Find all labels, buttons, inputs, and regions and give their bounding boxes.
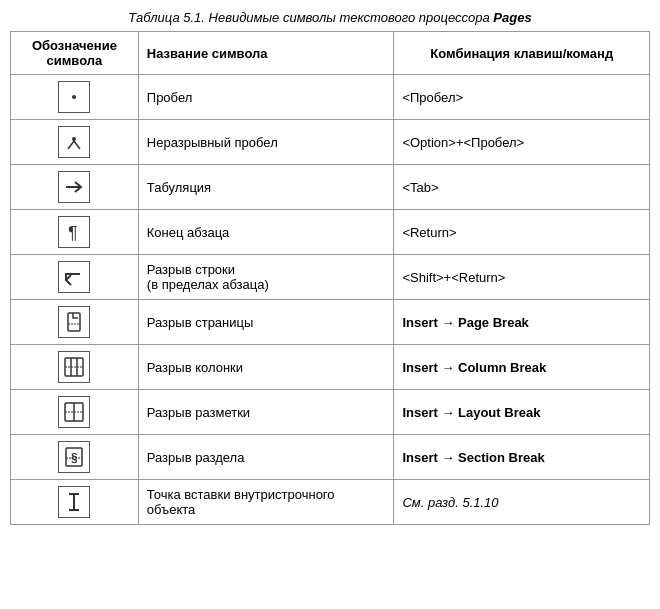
symbol-layout-break (58, 396, 90, 428)
name-cell: Разрыв строки (в пределах абзаца) (138, 255, 394, 300)
table-row: Разрыв страницыInsert → Page Break (11, 300, 650, 345)
symbol-arrow-return (58, 261, 90, 293)
symbol-cell (11, 390, 139, 435)
symbol-cell (11, 255, 139, 300)
table-row: ¶ Конец абзаца<Return> (11, 210, 650, 255)
svg-point-0 (72, 95, 76, 99)
symbol-hat (58, 126, 90, 158)
table-row: Пробел<Пробел> (11, 75, 650, 120)
combo-cell: См. разд. 5.1.10 (394, 480, 650, 525)
table-row: § Разрыв разделаInsert → Section Break (11, 435, 650, 480)
symbol-dot (58, 81, 90, 113)
header-col2: Название символа (138, 32, 394, 75)
symbol-cell (11, 345, 139, 390)
symbol-cell (11, 300, 139, 345)
combo-cell: <Пробел> (394, 75, 650, 120)
combo-cell: Insert → Page Break (394, 300, 650, 345)
combo-cell: <Shift>+<Return> (394, 255, 650, 300)
table-row: Разрыв строки (в пределах абзаца)<Shift>… (11, 255, 650, 300)
symbol-cell (11, 480, 139, 525)
main-table: Обозначение символа Название символа Ком… (10, 31, 650, 525)
name-cell: Табуляция (138, 165, 394, 210)
combo-cell: Insert → Section Break (394, 435, 650, 480)
name-cell: Конец абзаца (138, 210, 394, 255)
name-cell: Разрыв раздела (138, 435, 394, 480)
header-col3: Комбинация клавиш/команд (394, 32, 650, 75)
name-cell: Пробел (138, 75, 394, 120)
table-header-row: Обозначение символа Название символа Ком… (11, 32, 650, 75)
name-cell: Неразрывный пробел (138, 120, 394, 165)
combo-cell: Insert → Column Break (394, 345, 650, 390)
table-title: Таблица 5.1. Невидимые символы текстовог… (10, 10, 650, 25)
combo-cell: <Tab> (394, 165, 650, 210)
symbol-cell: ¶ (11, 210, 139, 255)
symbol-column-break (58, 351, 90, 383)
combo-cell: <Option>+<Пробел> (394, 120, 650, 165)
svg-text:¶: ¶ (68, 223, 78, 243)
name-cell: Разрыв страницы (138, 300, 394, 345)
symbol-cell (11, 75, 139, 120)
name-cell: Разрыв разметки (138, 390, 394, 435)
symbol-cell (11, 120, 139, 165)
table-row: Точка вставки внутристрочного объектаСм.… (11, 480, 650, 525)
symbol-cell (11, 165, 139, 210)
table-row: Табуляция<Tab> (11, 165, 650, 210)
symbol-section-break: § (58, 441, 90, 473)
symbol-inline-object (58, 486, 90, 518)
svg-rect-4 (68, 313, 80, 331)
symbol-cell: § (11, 435, 139, 480)
symbol-pilcrow: ¶ (58, 216, 90, 248)
symbol-arrow-right (58, 171, 90, 203)
table-row: Разрыв разметкиInsert → Layout Break (11, 390, 650, 435)
header-col1: Обозначение символа (11, 32, 139, 75)
table-row: Неразрывный пробел<Option>+<Пробел> (11, 120, 650, 165)
combo-cell: Insert → Layout Break (394, 390, 650, 435)
symbol-page-break (58, 306, 90, 338)
name-cell: Точка вставки внутристрочного объекта (138, 480, 394, 525)
table-row: Разрыв колонкиInsert → Column Break (11, 345, 650, 390)
name-cell: Разрыв колонки (138, 345, 394, 390)
combo-cell: <Return> (394, 210, 650, 255)
